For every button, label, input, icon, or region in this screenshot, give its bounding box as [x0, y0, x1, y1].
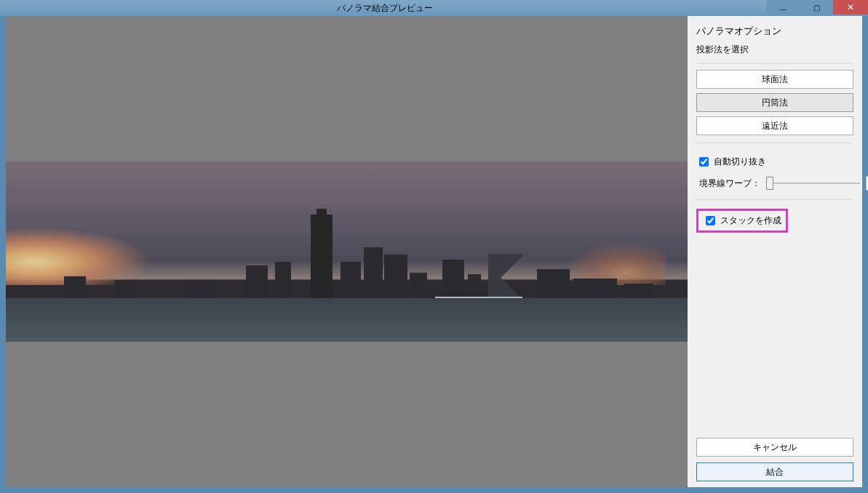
panorama-preview [6, 16, 688, 487]
create-stack-checkbox[interactable] [706, 216, 715, 225]
maximize-button[interactable] [800, 0, 833, 15]
titlebar: パノラマ結合プレビュー [0, 0, 868, 16]
projection-label: 投影法を選択 [696, 44, 853, 56]
create-stack-label: スタックを作成 [720, 215, 781, 227]
projection-perspective-button[interactable]: 遠近法 [696, 116, 853, 135]
projection-spherical-button[interactable]: 球面法 [696, 70, 853, 89]
boundary-warp-slider[interactable] [766, 183, 860, 184]
divider [696, 63, 853, 64]
dialog-content: パノラマオプション 投影法を選択 球面法 円筒法 遠近法 自動切り抜き 境界線ワ… [6, 16, 862, 487]
building [246, 265, 268, 302]
merge-button[interactable]: 結合 [696, 462, 853, 481]
options-panel: パノラマオプション 投影法を選択 球面法 円筒法 遠近法 自動切り抜き 境界線ワ… [688, 16, 862, 487]
panel-title: パノラマオプション [696, 25, 853, 38]
create-stack-highlight: スタックを作成 [696, 206, 853, 233]
city-skyline [6, 218, 688, 302]
dialog-window: パノラマ結合プレビュー [0, 0, 868, 493]
auto-crop-row: 自動切り抜き [696, 155, 853, 169]
divider [696, 143, 853, 143]
divider [696, 199, 853, 200]
projection-cylindrical-button[interactable]: 円筒法 [696, 93, 853, 112]
boundary-warp-row: 境界線ワープ： [699, 176, 853, 191]
close-button[interactable] [833, 0, 868, 15]
auto-crop-checkbox[interactable] [699, 157, 709, 167]
building [537, 269, 570, 302]
auto-crop-label: 自動切り抜き [714, 156, 766, 168]
landmark-tower-cap [316, 209, 327, 302]
building [384, 254, 407, 302]
sail-building [488, 254, 530, 302]
building [410, 273, 427, 302]
projection-buttons: 球面法 円筒法 遠近法 [696, 70, 853, 135]
panorama-image [6, 161, 688, 342]
water [6, 298, 688, 342]
building [275, 262, 291, 302]
minimize-button[interactable] [766, 0, 800, 15]
building [364, 247, 383, 302]
boundary-warp-label: 境界線ワープ： [699, 177, 760, 190]
window-title: パノラマ結合プレビュー [3, 2, 766, 15]
building [341, 262, 361, 302]
building [442, 260, 464, 302]
cancel-button[interactable]: キャンセル [696, 438, 853, 457]
window-controls [766, 0, 868, 16]
spacer [696, 233, 853, 433]
dialog-buttons: キャンセル 結合 [696, 438, 853, 481]
